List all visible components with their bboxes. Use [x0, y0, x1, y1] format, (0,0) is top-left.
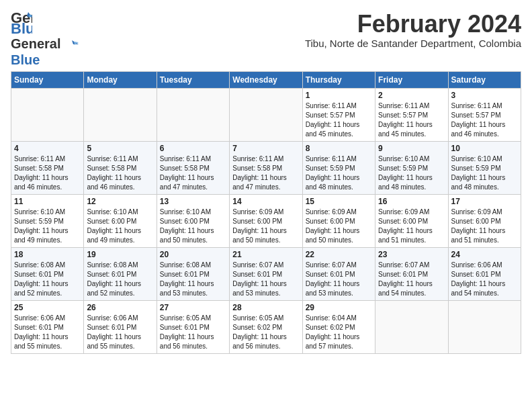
day-number: 28 — [232, 303, 299, 312]
day-number: 7 — [232, 144, 299, 153]
calendar-cell: 21Sunrise: 6:07 AM Sunset: 6:01 PM Dayli… — [230, 247, 302, 300]
calendar-cell: 7Sunrise: 6:11 AM Sunset: 5:58 PM Daylig… — [230, 141, 302, 194]
calendar-cell: 8Sunrise: 6:11 AM Sunset: 5:59 PM Daylig… — [302, 141, 375, 194]
calendar-cell — [157, 88, 229, 141]
day-number: 14 — [232, 197, 299, 206]
calendar-cell: 27Sunrise: 6:05 AM Sunset: 6:01 PM Dayli… — [157, 300, 229, 353]
day-number: 6 — [160, 144, 226, 153]
calendar-cell: 5Sunrise: 6:11 AM Sunset: 5:58 PM Daylig… — [84, 141, 157, 194]
calendar-cell: 12Sunrise: 6:10 AM Sunset: 6:00 PM Dayli… — [84, 194, 157, 247]
day-number: 3 — [451, 91, 518, 100]
month-title: February 2024 — [305, 11, 521, 38]
day-info: Sunrise: 6:09 AM Sunset: 6:00 PM Dayligh… — [306, 208, 372, 245]
day-info: Sunrise: 6:09 AM Sunset: 6:00 PM Dayligh… — [378, 208, 445, 245]
calendar-cell — [11, 88, 84, 141]
calendar-cell: 24Sunrise: 6:06 AM Sunset: 6:01 PM Dayli… — [448, 247, 521, 300]
day-info: Sunrise: 6:10 AM Sunset: 5:59 PM Dayligh… — [14, 208, 81, 245]
day-info: Sunrise: 6:06 AM Sunset: 6:01 PM Dayligh… — [14, 314, 81, 351]
day-info: Sunrise: 6:07 AM Sunset: 6:01 PM Dayligh… — [232, 261, 299, 298]
logo-blue: Blue — [11, 52, 40, 67]
day-number: 23 — [378, 250, 445, 259]
weekday-header-sunday: Sunday — [11, 71, 84, 88]
day-info: Sunrise: 6:09 AM Sunset: 6:00 PM Dayligh… — [232, 208, 299, 245]
logo: General Blue General Blue — [11, 11, 80, 67]
title-section: February 2024 Tibu, Norte de Santander D… — [305, 11, 521, 49]
calendar-cell: 14Sunrise: 6:09 AM Sunset: 6:00 PM Dayli… — [230, 194, 302, 247]
calendar-cell — [375, 300, 448, 353]
calendar-cell: 11Sunrise: 6:10 AM Sunset: 5:59 PM Dayli… — [11, 194, 84, 247]
calendar-cell: 28Sunrise: 6:05 AM Sunset: 6:02 PM Dayli… — [230, 300, 302, 353]
day-number: 9 — [378, 144, 445, 153]
day-info: Sunrise: 6:10 AM Sunset: 6:00 PM Dayligh… — [87, 208, 153, 245]
logo-general: General — [11, 36, 60, 51]
calendar-cell: 18Sunrise: 6:08 AM Sunset: 6:01 PM Dayli… — [11, 247, 84, 300]
day-info: Sunrise: 6:11 AM Sunset: 5:57 PM Dayligh… — [451, 101, 518, 139]
calendar-cell: 16Sunrise: 6:09 AM Sunset: 6:00 PM Dayli… — [375, 194, 448, 247]
day-number: 2 — [378, 91, 445, 100]
day-number: 17 — [451, 197, 518, 206]
calendar-cell: 3Sunrise: 6:11 AM Sunset: 5:57 PM Daylig… — [448, 88, 521, 141]
day-number: 4 — [14, 144, 81, 153]
day-info: Sunrise: 6:11 AM Sunset: 5:57 PM Dayligh… — [306, 101, 372, 139]
day-info: Sunrise: 6:09 AM Sunset: 6:00 PM Dayligh… — [451, 208, 518, 245]
day-number: 24 — [451, 250, 518, 259]
day-info: Sunrise: 6:11 AM Sunset: 5:58 PM Dayligh… — [232, 154, 299, 192]
calendar-cell: 29Sunrise: 6:04 AM Sunset: 6:02 PM Dayli… — [302, 300, 375, 353]
calendar-header-row: SundayMondayTuesdayWednesdayThursdayFrid… — [11, 71, 521, 88]
calendar-week-row: 11Sunrise: 6:10 AM Sunset: 5:59 PM Dayli… — [11, 194, 521, 247]
day-number: 16 — [378, 197, 445, 206]
day-number: 29 — [306, 303, 372, 312]
day-number: 1 — [306, 91, 372, 100]
day-info: Sunrise: 6:10 AM Sunset: 5:59 PM Dayligh… — [451, 154, 518, 192]
day-number: 21 — [232, 250, 299, 259]
weekday-header-thursday: Thursday — [302, 71, 375, 88]
calendar-cell: 1Sunrise: 6:11 AM Sunset: 5:57 PM Daylig… — [302, 88, 375, 141]
day-number: 12 — [87, 197, 153, 206]
day-info: Sunrise: 6:05 AM Sunset: 6:02 PM Dayligh… — [232, 314, 299, 351]
weekday-header-tuesday: Tuesday — [157, 71, 229, 88]
calendar-cell: 20Sunrise: 6:08 AM Sunset: 6:01 PM Dayli… — [157, 247, 229, 300]
day-number: 8 — [306, 144, 372, 153]
calendar-cell — [84, 88, 157, 141]
day-number: 10 — [451, 144, 518, 153]
location: Tibu, Norte de Santander Department, Col… — [305, 38, 521, 49]
weekday-header-wednesday: Wednesday — [230, 71, 302, 88]
calendar-cell: 22Sunrise: 6:07 AM Sunset: 6:01 PM Dayli… — [302, 247, 375, 300]
day-number: 15 — [306, 197, 372, 206]
logo-bird-icon — [65, 39, 79, 52]
day-number: 25 — [14, 303, 81, 312]
day-info: Sunrise: 6:10 AM Sunset: 6:00 PM Dayligh… — [160, 208, 226, 245]
calendar-cell: 9Sunrise: 6:10 AM Sunset: 5:59 PM Daylig… — [375, 141, 448, 194]
calendar-cell: 26Sunrise: 6:06 AM Sunset: 6:01 PM Dayli… — [84, 300, 157, 353]
day-info: Sunrise: 6:07 AM Sunset: 6:01 PM Dayligh… — [306, 261, 372, 298]
day-info: Sunrise: 6:08 AM Sunset: 6:01 PM Dayligh… — [14, 261, 81, 298]
day-number: 11 — [14, 197, 81, 206]
day-info: Sunrise: 6:11 AM Sunset: 5:58 PM Dayligh… — [14, 154, 81, 192]
svg-text:Blue: Blue — [11, 20, 32, 35]
svg-marker-5 — [74, 42, 79, 45]
day-number: 18 — [14, 250, 81, 259]
weekday-header-monday: Monday — [84, 71, 157, 88]
day-number: 19 — [87, 250, 153, 259]
weekday-header-saturday: Saturday — [448, 71, 521, 88]
day-info: Sunrise: 6:08 AM Sunset: 6:01 PM Dayligh… — [87, 261, 153, 298]
calendar-week-row: 4Sunrise: 6:11 AM Sunset: 5:58 PM Daylig… — [11, 141, 521, 194]
calendar-cell: 13Sunrise: 6:10 AM Sunset: 6:00 PM Dayli… — [157, 194, 229, 247]
day-info: Sunrise: 6:11 AM Sunset: 5:58 PM Dayligh… — [160, 154, 226, 192]
calendar-cell: 10Sunrise: 6:10 AM Sunset: 5:59 PM Dayli… — [448, 141, 521, 194]
day-info: Sunrise: 6:11 AM Sunset: 5:58 PM Dayligh… — [87, 154, 153, 192]
day-number: 26 — [87, 303, 153, 312]
day-number: 22 — [306, 250, 372, 259]
weekday-header-friday: Friday — [375, 71, 448, 88]
logo-icon: General Blue — [11, 11, 32, 35]
calendar-cell — [448, 300, 521, 353]
day-info: Sunrise: 6:04 AM Sunset: 6:02 PM Dayligh… — [306, 314, 372, 351]
calendar-cell: 23Sunrise: 6:07 AM Sunset: 6:01 PM Dayli… — [375, 247, 448, 300]
calendar-week-row: 25Sunrise: 6:06 AM Sunset: 6:01 PM Dayli… — [11, 300, 521, 353]
calendar-table: SundayMondayTuesdayWednesdayThursdayFrid… — [11, 71, 521, 354]
calendar-cell — [230, 88, 302, 141]
day-number: 5 — [87, 144, 153, 153]
calendar-cell: 4Sunrise: 6:11 AM Sunset: 5:58 PM Daylig… — [11, 141, 84, 194]
calendar-cell: 6Sunrise: 6:11 AM Sunset: 5:58 PM Daylig… — [157, 141, 229, 194]
day-info: Sunrise: 6:10 AM Sunset: 5:59 PM Dayligh… — [378, 154, 445, 192]
